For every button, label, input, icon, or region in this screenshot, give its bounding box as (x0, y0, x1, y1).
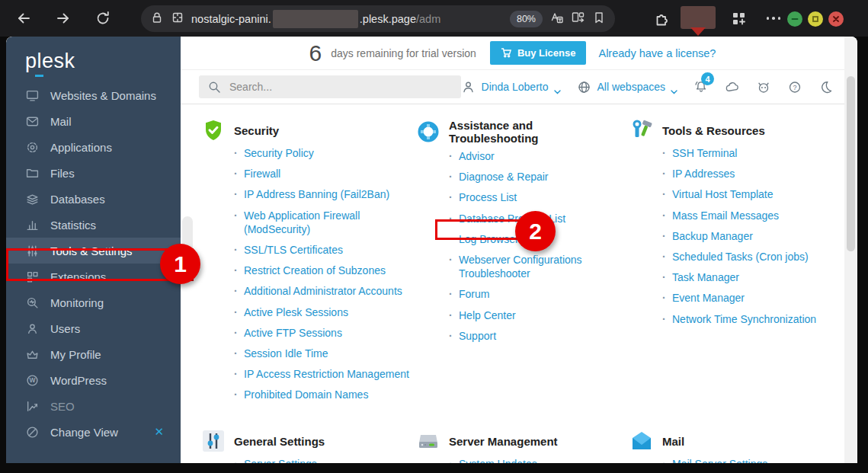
window-minimize-button[interactable] (787, 11, 802, 27)
monitoring-magnifier-icon (25, 296, 39, 309)
section-server-management: Server Management System Updates (417, 430, 624, 463)
sidebar-item-files[interactable]: Files (6, 160, 181, 186)
reload-icon[interactable] (93, 8, 113, 28)
link-prohibited-domain-names[interactable]: Prohibited Domain Names (244, 388, 368, 401)
link-task-manager[interactable]: Task Manager (672, 271, 739, 283)
menu-dots-icon[interactable] (764, 8, 783, 28)
webspaces-selector[interactable]: All webspaces (577, 79, 678, 94)
link-scheduled-tasks[interactable]: Scheduled Tasks (Cron jobs) (672, 251, 809, 263)
link-help-center[interactable]: Help Center (459, 309, 516, 321)
sidebar-item-users[interactable]: Users (6, 315, 181, 341)
sidebar-item-label: Mail (50, 115, 72, 128)
url-path: /adm (416, 13, 440, 25)
back-icon[interactable] (14, 8, 34, 28)
link-webserver-config-troubleshooter[interactable]: Webserver Configurations Troubleshooter (459, 254, 582, 280)
link-active-ftp-sessions[interactable]: Active FTP Sessions (244, 327, 342, 339)
sidebar-item-databases[interactable]: Databases (6, 186, 181, 212)
buy-license-button[interactable]: Buy License (490, 41, 587, 65)
link-mass-email-messages[interactable]: Mass Email Messages (672, 209, 779, 222)
window-close-button[interactable] (828, 11, 844, 27)
link-event-manager[interactable]: Event Manager (672, 292, 745, 304)
link-ssh-terminal[interactable]: SSH Terminal (672, 147, 737, 159)
extensions-puzzle-icon[interactable] (652, 8, 671, 28)
top-toolbar: Dinda Loberto All webspaces 4 ? (181, 70, 844, 104)
link-ssl-tls-certificates[interactable]: SSL/TLS Certificates (244, 244, 343, 256)
search-box[interactable] (199, 75, 461, 98)
link-support[interactable]: Support (459, 330, 496, 342)
split-screen-icon[interactable] (571, 10, 585, 27)
sidebar-item-label: Change View (50, 426, 118, 439)
link-forum[interactable]: Forum (459, 288, 489, 300)
svg-text:?: ? (793, 83, 796, 91)
lifebuoy-icon (417, 120, 440, 143)
already-have-license-link[interactable]: Already have a license? (598, 47, 716, 59)
link-security-policy[interactable]: Security Policy (244, 147, 314, 159)
user-menu[interactable]: Dinda Loberto (461, 79, 561, 94)
profile-avatar[interactable] (681, 6, 716, 29)
sidebar-item-monitoring[interactable]: Monitoring (6, 289, 181, 315)
dark-mode-moon-icon[interactable] (818, 79, 834, 94)
zoom-level-badge[interactable]: 80% (510, 11, 543, 27)
page-scrollbar-thumb[interactable] (847, 76, 855, 251)
link-ip-addresses[interactable]: IP Addresses (672, 168, 735, 180)
link-active-plesk-sessions[interactable]: Active Plesk Sessions (244, 306, 348, 318)
link-ip-address-banning[interactable]: IP Address Banning (Fail2Ban) (244, 188, 389, 200)
notifications-bell-icon[interactable]: 4 (693, 79, 709, 94)
annotation-step-1: 1 (160, 244, 200, 284)
url-bar[interactable]: nostalgic-panini..plesk.page/adm 80% (141, 5, 615, 32)
window-maximize-button[interactable] (808, 11, 823, 27)
link-firewall[interactable]: Firewall (244, 168, 280, 180)
section-tools-resources: Tools & Resources SSH Terminal IP Addres… (630, 119, 838, 333)
annotation-step-2: 2 (515, 211, 556, 251)
bookmark-icon[interactable] (592, 11, 606, 27)
forward-icon[interactable] (53, 8, 73, 28)
lock-icon[interactable] (150, 11, 164, 27)
search-input[interactable] (228, 80, 453, 94)
crown-icon (25, 347, 39, 361)
link-process-list[interactable]: Process List (459, 191, 517, 203)
trial-days: 6 (309, 40, 322, 66)
translate-icon[interactable] (549, 10, 564, 27)
sidebar-item-websites-domains[interactable]: Websites & Domains (6, 82, 181, 108)
link-virtual-host-template[interactable]: Virtual Host Template (672, 188, 774, 200)
link-system-updates[interactable]: System Updates (459, 458, 537, 463)
link-additional-admin-accounts[interactable]: Additional Administrator Accounts (244, 285, 402, 297)
link-session-idle-time[interactable]: Session Idle Time (244, 347, 328, 360)
search-icon (207, 79, 222, 94)
list-item: SSL/TLS Certificates (234, 243, 409, 257)
link-network-time-sync[interactable]: Network Time Synchronization (672, 313, 816, 325)
apps-grid-icon[interactable] (729, 8, 748, 28)
link-server-settings[interactable]: Server Settings (244, 458, 317, 463)
list-item: SSH Terminal (662, 146, 838, 160)
sidebar-item-seo[interactable]: SEO (6, 393, 181, 419)
list-item: Scheduled Tasks (Cron jobs) (662, 250, 838, 264)
link-mail-server-settings[interactable]: Mail Server Settings (672, 458, 767, 463)
assistant-bot-icon[interactable] (756, 79, 771, 94)
sidebar-item-my-profile[interactable]: My Profile (6, 341, 181, 367)
list-item: Event Manager (662, 291, 838, 305)
help-icon[interactable]: ? (787, 79, 802, 94)
list-item: Mass Email Messages (662, 209, 838, 222)
link-diagnose-repair[interactable]: Diagnose & Repair (459, 171, 549, 183)
link-backup-manager[interactable]: Backup Manager (672, 230, 753, 242)
page-scrollbar-track[interactable] (844, 37, 857, 463)
sidebar-item-mail[interactable]: Mail (6, 108, 181, 134)
sidebar-item-wordpress[interactable]: W WordPress (6, 367, 181, 393)
list-item: Webserver Configurations Troubleshooter (449, 253, 624, 280)
change-view-close-icon[interactable]: ✕ (154, 425, 164, 439)
list-item: Backup Manager (662, 229, 838, 243)
section-title: General Settings (234, 435, 325, 448)
list-item: Process List (449, 190, 624, 204)
link-ip-access-restriction[interactable]: IP Access Restriction Management (244, 368, 409, 380)
link-web-application-firewall[interactable]: Web Application Firewall (ModSecurity) (244, 209, 360, 235)
sidebar-item-change-view[interactable]: Change View ✕ (6, 419, 181, 445)
site-info-icon[interactable] (171, 11, 184, 27)
cart-icon (501, 47, 512, 59)
list-item: Diagnose & Repair (449, 170, 624, 184)
sidebar-item-statistics[interactable]: Statistics (6, 212, 181, 238)
sidebar-item-applications[interactable]: Applications (6, 134, 181, 160)
link-restrict-subzones[interactable]: Restrict Creation of Subzones (244, 264, 386, 276)
cloud-icon[interactable] (725, 79, 740, 94)
link-advisor[interactable]: Advisor (459, 150, 495, 162)
trial-banner: 6 days remaining for trial version Buy L… (181, 37, 844, 70)
